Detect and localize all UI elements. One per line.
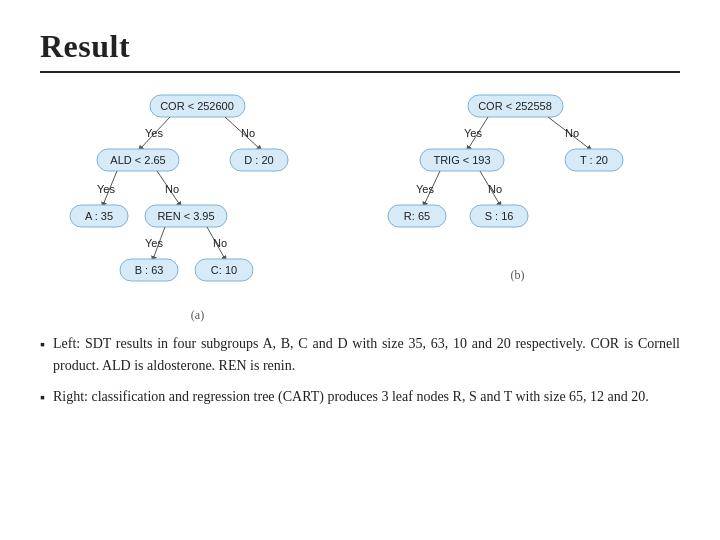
svg-text:R: 65: R: 65 — [404, 210, 430, 222]
svg-text:Yes: Yes — [145, 237, 163, 249]
diagram-b-svg: COR < 252558 Yes No TRIG < 193 T : 20 Ye… — [380, 87, 655, 262]
svg-text:C: 10: C: 10 — [211, 264, 237, 276]
bullet-section: ▪ Left: SDT results in four subgroups A,… — [40, 333, 680, 409]
diagram-b-label: (b) — [380, 268, 655, 283]
bullet-text-2: Right: classification and regression tre… — [53, 386, 649, 408]
svg-text:COR < 252600: COR < 252600 — [160, 100, 234, 112]
svg-text:A : 35: A : 35 — [85, 210, 113, 222]
bullet-item-2: ▪ Right: classification and regression t… — [40, 386, 680, 409]
svg-text:No: No — [213, 237, 227, 249]
svg-text:No: No — [565, 127, 579, 139]
diagram-a: COR < 252600 Yes No ALD < 2.65 D : 20 Ye… — [65, 87, 330, 323]
svg-text:No: No — [165, 183, 179, 195]
diagram-a-svg: COR < 252600 Yes No ALD < 2.65 D : 20 Ye… — [65, 87, 330, 302]
svg-text:B : 63: B : 63 — [135, 264, 164, 276]
svg-text:S : 16: S : 16 — [485, 210, 514, 222]
bullet-item-1: ▪ Left: SDT results in four subgroups A,… — [40, 333, 680, 376]
diagram-b: COR < 252558 Yes No TRIG < 193 T : 20 Ye… — [380, 87, 655, 283]
svg-text:Yes: Yes — [416, 183, 434, 195]
svg-text:Yes: Yes — [97, 183, 115, 195]
svg-text:No: No — [488, 183, 502, 195]
bullet-mark-1: ▪ — [40, 334, 45, 356]
diagrams-section: COR < 252600 Yes No ALD < 2.65 D : 20 Ye… — [40, 87, 680, 323]
title-divider — [40, 71, 680, 73]
svg-text:TRIG < 193: TRIG < 193 — [433, 154, 490, 166]
svg-text:ALD < 2.65: ALD < 2.65 — [110, 154, 165, 166]
bullet-mark-2: ▪ — [40, 387, 45, 409]
svg-text:D : 20: D : 20 — [244, 154, 273, 166]
svg-text:REN < 3.95: REN < 3.95 — [157, 210, 214, 222]
svg-text:No: No — [241, 127, 255, 139]
page-title: Result — [40, 28, 680, 65]
svg-text:T : 20: T : 20 — [580, 154, 608, 166]
diagram-a-label: (a) — [65, 308, 330, 323]
svg-text:Yes: Yes — [145, 127, 163, 139]
svg-text:Yes: Yes — [464, 127, 482, 139]
bullet-text-1: Left: SDT results in four subgroups A, B… — [53, 333, 680, 376]
svg-text:COR < 252558: COR < 252558 — [478, 100, 552, 112]
